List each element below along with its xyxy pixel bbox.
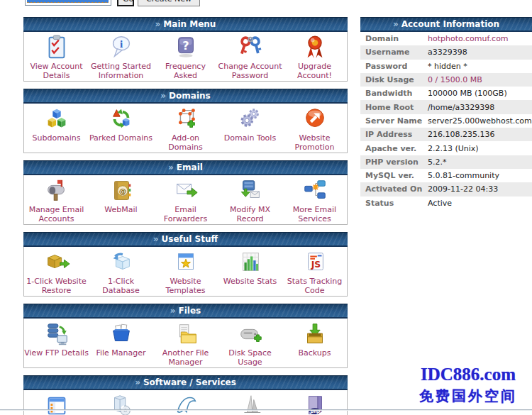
section-body: View FTP DetailsFile ManagerAnother File… — [23, 319, 348, 368]
menu-item-label: Email Forwarders — [153, 205, 218, 223]
account-row-label: Activated On — [360, 184, 428, 194]
section-title: Files — [179, 306, 201, 316]
email-forwarders-icon — [172, 177, 200, 204]
subdomains-icon — [43, 106, 71, 133]
section-header: »Email — [23, 160, 348, 175]
account-row-apache-ver: Apache ver.2.2.13 (Unix) — [360, 141, 532, 155]
account-row-label: MySQL ver. — [360, 171, 428, 180]
section-body: SubdomainsParked DomainsAdd-on DomainsDo… — [23, 104, 348, 153]
menu-item-webmail[interactable]: @WebMail — [89, 175, 153, 224]
addon-domains-icon — [172, 106, 200, 133]
menu-item-modify-mx-record[interactable]: Modify MX Record — [218, 175, 282, 224]
menu-item-mysql-dolphin[interactable] — [153, 390, 218, 415]
menu-item-label: File Manager — [96, 348, 145, 358]
section-email: »EmailManage Email Accounts@WebMailEmail… — [23, 160, 348, 225]
menu-item-backups[interactable]: Backups — [282, 319, 347, 367]
header-arrow-icon: » — [153, 234, 159, 244]
menu-item-label: Modify MX Record — [218, 205, 282, 223]
php-box-icon: php — [301, 392, 329, 415]
menu-item-manage-email-accounts[interactable]: Manage Email Accounts — [24, 175, 89, 224]
account-row-label: Apache ver. — [360, 144, 428, 153]
menu-item-change-account-password[interactable]: Change Account Password — [218, 32, 282, 81]
section-main-menu: »Main MenuView Account DetailsiGetting S… — [23, 17, 348, 82]
account-row-value: 2.2.13 (Unix) — [428, 144, 479, 153]
svg-text:@: @ — [118, 187, 126, 195]
menu-item-website-promotion-guide[interactable]: Website Promotion Guide — [282, 104, 347, 153]
menu-item-view-account-details[interactable]: View Account Details — [24, 32, 89, 81]
header-arrow-icon: » — [135, 377, 140, 387]
menu-item-phpmyadmin[interactable] — [218, 390, 282, 415]
menu-item-upgrade-account[interactable]: Upgrade Account! — [282, 32, 347, 81]
menu-item-disk-space-usage[interactable]: Disk Space Usage — [218, 319, 282, 367]
menu-item-software-cd[interactable] — [89, 390, 153, 415]
menu-item-another-file-manager[interactable]: Another File Manager — [153, 319, 218, 367]
database-restore-icon — [107, 249, 135, 276]
app-window-icon — [43, 392, 71, 415]
create-new-button[interactable]: Create New — [138, 0, 200, 6]
file-manager-icon — [107, 321, 135, 348]
section-title: Email — [177, 162, 203, 172]
section-body: 1-Click Website Restore1-Click Database … — [23, 247, 348, 297]
account-row-value[interactable]: hotphoto.comuf.com — [428, 34, 509, 43]
menu-item-view-ftp-details[interactable]: View FTP Details — [24, 319, 89, 367]
mysql-dolphin-icon — [172, 392, 200, 415]
account-info-table: Domainhotphoto.comuf.comUsernamea3329398… — [360, 32, 532, 210]
menu-item-label: View FTP Details — [24, 348, 89, 358]
account-row-label: Status — [360, 199, 428, 208]
menu-item-file-manager[interactable]: File Manager — [89, 319, 153, 367]
upgrade-account-icon — [301, 34, 329, 61]
account-row-status: StatusActive — [360, 197, 532, 210]
menu-item-email-forwarders[interactable]: Email Forwarders — [153, 175, 218, 224]
section-header: »Software / Services — [23, 375, 348, 390]
svg-text:i: i — [119, 38, 122, 50]
menu-item-label: Website Stats — [223, 277, 277, 286]
header-arrow-icon: » — [170, 306, 176, 316]
go-button[interactable]: Go — [117, 0, 134, 6]
menu-item-website-templates[interactable]: Website Templates — [153, 247, 218, 296]
watermark: IDC886.com 免费国外空间 — [404, 365, 532, 406]
account-row-label: Server Name — [360, 116, 428, 126]
stats-tracking-icon: JS — [301, 249, 329, 276]
section-useful-stuff: »Useful Stuff1-Click Website Restore1-Cl… — [23, 232, 348, 297]
domain-input[interactable] — [25, 0, 111, 6]
account-row-value: server25.000webhost.com — [428, 116, 532, 126]
menu-item-1-click-database-restore[interactable]: 1-Click Database Restore — [89, 247, 153, 296]
account-details-icon — [43, 34, 71, 61]
account-row-value[interactable]: 0 / 1500.0 MB — [428, 75, 482, 84]
account-row-domain: Domainhotphoto.comuf.com — [360, 32, 532, 45]
domain-tools-icon — [236, 106, 265, 133]
menu-item-getting-started-information[interactable]: iGetting Started Information — [89, 32, 153, 81]
menu-item-stats-tracking-code[interactable]: JSStats Tracking Code — [282, 247, 347, 296]
menu-item-website-stats[interactable]: Website Stats — [218, 247, 282, 296]
account-row-password: Password* hidden * — [360, 60, 532, 73]
menu-item-domain-tools[interactable]: Domain Tools — [218, 104, 282, 153]
menu-item-label: View Account Details — [24, 62, 89, 80]
menu-item-add-on-domains[interactable]: Add-on Domains — [153, 104, 218, 153]
menu-item-parked-domains[interactable]: Parked Domains — [89, 104, 153, 153]
watermark-slogan: 免费国外空间 — [404, 387, 532, 406]
modify-mx-icon — [236, 177, 265, 204]
divider-line — [0, 409, 532, 410]
menu-item-app-window[interactable] — [24, 390, 89, 415]
menu-item-php-box[interactable]: php — [282, 390, 347, 415]
parked-domains-icon — [107, 106, 135, 133]
menu-item-frequency-asked-questions[interactable]: ?Frequency Asked Questions — [153, 32, 218, 81]
menu-item-label: Upgrade Account! — [282, 62, 347, 80]
account-row-php-version: PHP version5.2.* — [360, 155, 532, 169]
header-arrow-icon: » — [393, 19, 399, 29]
sections-column: »Main MenuView Account DetailsiGetting S… — [23, 17, 348, 415]
menu-item-more-email-services[interactable]: More Email Services — [282, 175, 347, 224]
menu-item-label: Parked Domains — [89, 133, 153, 143]
account-row-label: Disk Usage — [360, 75, 428, 84]
header-arrow-icon: » — [155, 19, 161, 29]
menu-item-subdomains[interactable]: Subdomains — [24, 104, 89, 153]
manage-email-icon — [43, 177, 71, 204]
faq-icon: ? — [172, 34, 200, 61]
more-email-services-icon — [301, 177, 329, 204]
section-header: »Domains — [23, 89, 348, 104]
section-body: php — [23, 390, 348, 415]
website-promotion-icon — [301, 106, 329, 133]
account-row-value: 5.0.81-community — [428, 171, 499, 180]
menu-item-1-click-website-restore[interactable]: 1-Click Website Restore — [24, 247, 89, 296]
topbar: Go Create New — [25, 0, 200, 7]
